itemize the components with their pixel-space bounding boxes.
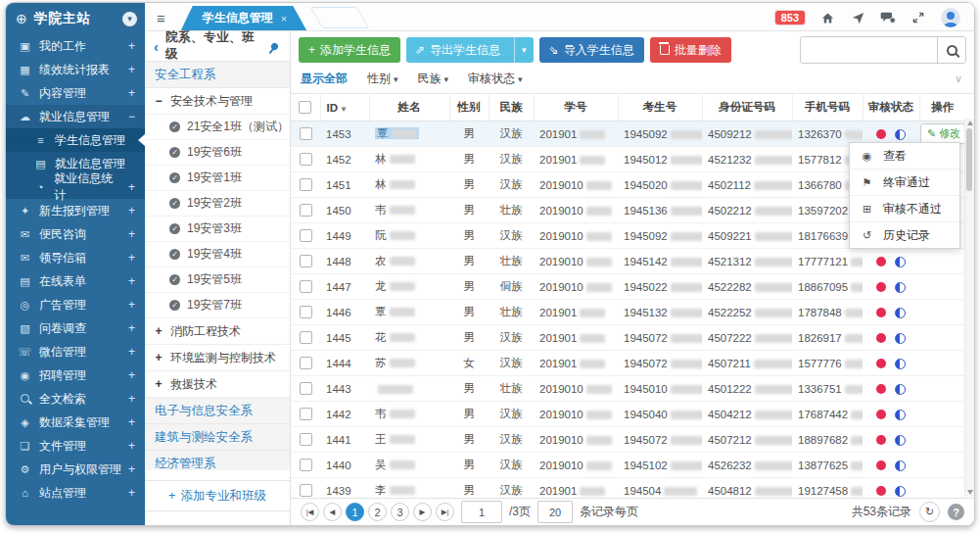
- table-row[interactable]: 1439李男汉族201901194504450481219127458: [291, 478, 965, 499]
- tree-dept-item[interactable]: 安全工程系: [145, 62, 290, 88]
- sidebar-item-fulltext-search[interactable]: 全文检索+: [6, 387, 145, 411]
- page-size-input[interactable]: [537, 501, 573, 523]
- sidebar-item-recruit-mgmt[interactable]: ◉招聘管理+: [6, 363, 145, 387]
- sort-desc-icon[interactable]: ▼: [340, 105, 348, 114]
- student-name-link[interactable]: 农: [375, 255, 415, 266]
- tree-major-item[interactable]: −安全技术与管理: [145, 88, 290, 115]
- column-header[interactable]: ID▼: [320, 94, 369, 121]
- row-checkbox[interactable]: [300, 127, 312, 140]
- table-row[interactable]: 1448农男壮族20190101945142452131217777121: [291, 249, 965, 274]
- table-row[interactable]: 1441王男汉族20190101945072450721218897682: [291, 427, 965, 453]
- sidebar-collapse-button[interactable]: ▾: [122, 12, 137, 26]
- row-checkbox[interactable]: [300, 229, 312, 242]
- back-chevron-icon[interactable]: ‹: [154, 39, 159, 54]
- tree-dept-item[interactable]: 电子与信息安全系: [145, 398, 290, 424]
- row-checkbox[interactable]: [300, 178, 312, 191]
- student-name-link[interactable]: 王: [375, 433, 415, 445]
- student-name-link[interactable]: 吴: [375, 459, 415, 470]
- expand-icon[interactable]: +: [154, 377, 163, 391]
- tree-class-item[interactable]: ✓19安管3班: [145, 217, 290, 242]
- page-button-2[interactable]: 2: [368, 503, 387, 521]
- table-row[interactable]: 1440吴男汉族20190101945102452623213877625: [291, 453, 965, 478]
- student-name-link[interactable]: 龙: [375, 280, 415, 292]
- expand-icon[interactable]: +: [154, 324, 163, 338]
- sidebar-item-my-work[interactable]: ▣我的工作+: [6, 34, 145, 58]
- edit-button-group[interactable]: ✎修改▾: [920, 123, 965, 144]
- batch-delete-button[interactable]: 批量删除: [650, 37, 731, 63]
- table-row[interactable]: 1444苏女汉族201901194507245072111577776: [291, 351, 965, 376]
- sidebar-item-employment-info-mgmt[interactable]: ☁就业信息管理−: [6, 105, 145, 128]
- select-all-checkbox[interactable]: [299, 101, 311, 114]
- last-page-button[interactable]: ▶|: [436, 503, 454, 521]
- tree-dept-item[interactable]: 经济管理系: [145, 451, 290, 470]
- dropdown-item[interactable]: ◉查看: [850, 143, 959, 170]
- row-checkbox[interactable]: [300, 255, 312, 267]
- student-name-link[interactable]: 李: [375, 484, 415, 496]
- column-header[interactable]: 操作: [919, 94, 965, 121]
- tree-class-item[interactable]: ✓19安管4班: [145, 242, 290, 267]
- fullscreen-icon[interactable]: [910, 10, 926, 25]
- sidebar-item-wechat-mgmt[interactable]: ☏微信管理+: [6, 340, 145, 363]
- add-student-button[interactable]: + 添加学生信息: [299, 37, 400, 63]
- tree-major-item[interactable]: +救援技术: [145, 371, 290, 398]
- row-checkbox[interactable]: [300, 306, 312, 318]
- refresh-button[interactable]: ↻: [919, 502, 940, 522]
- scroll-down-icon[interactable]: [967, 490, 973, 495]
- chat-icon[interactable]: [880, 10, 896, 25]
- dropdown-item[interactable]: ⊞审核不通过: [850, 196, 959, 222]
- table-row[interactable]: 1442韦男汉族20190101945040450421217687442: [291, 402, 965, 427]
- sidebar-item-performance-reports[interactable]: ▦绩效统计报表+: [6, 58, 145, 81]
- sidebar-item-online-forms[interactable]: ▤在线表单+: [6, 269, 145, 293]
- page-number-input[interactable]: [461, 501, 502, 523]
- import-student-button[interactable]: ⇘ 导入学生信息: [539, 37, 644, 63]
- student-name-link[interactable]: 林: [375, 178, 415, 190]
- sidebar-item-employment-stats[interactable]: ◔就业信息统计+: [6, 175, 145, 199]
- sidebar-item-content-mgmt[interactable]: ✎内容管理+: [6, 81, 145, 105]
- dropdown-item[interactable]: ⚑终审通过: [850, 170, 959, 196]
- student-name-link[interactable]: 韦: [375, 204, 415, 216]
- collapse-icon[interactable]: −: [154, 94, 163, 108]
- row-checkbox[interactable]: [300, 204, 312, 217]
- row-checkbox[interactable]: [300, 408, 312, 420]
- filter-dropdown[interactable]: 民族▾: [418, 71, 449, 87]
- tab-close-icon[interactable]: ×: [281, 13, 287, 24]
- tree-class-item[interactable]: ✓21安全1班（测试）: [145, 115, 290, 140]
- page-button-1[interactable]: 1: [346, 503, 364, 521]
- sidebar-item-student-info-mgmt[interactable]: ≡学生信息管理: [6, 128, 145, 152]
- student-name-link[interactable]: 阮: [375, 229, 415, 241]
- tree-major-item[interactable]: +消防工程技术: [145, 318, 290, 345]
- home-icon[interactable]: [819, 10, 835, 25]
- export-student-button[interactable]: ⇗ 导出学生信息 ▾: [406, 37, 534, 63]
- row-checkbox[interactable]: [300, 484, 312, 497]
- student-name-link[interactable]: 覃: [375, 127, 419, 139]
- search-button[interactable]: [937, 37, 965, 63]
- help-button[interactable]: ?: [948, 504, 964, 520]
- scroll-up-icon[interactable]: [967, 121, 973, 125]
- tree-class-item[interactable]: ✓19安管6班: [145, 140, 290, 166]
- filter-show-all[interactable]: 显示全部: [301, 71, 348, 87]
- student-name-link[interactable]: 韦: [375, 408, 415, 419]
- table-row[interactable]: 1446覃男壮族201901194513245222521787848: [291, 300, 965, 325]
- tree-class-item[interactable]: ✓19安管1班: [145, 166, 290, 191]
- scrollbar-thumb[interactable]: [966, 128, 972, 191]
- student-name-link[interactable]: 覃: [375, 306, 415, 317]
- tab-student-info[interactable]: 学生信息管理 ×: [181, 6, 306, 30]
- add-major-class-button[interactable]: + 添加专业和班级: [145, 480, 290, 511]
- filter-dropdown[interactable]: 性别▾: [367, 71, 398, 87]
- send-icon[interactable]: [850, 10, 865, 25]
- student-name-link[interactable]: 苏: [375, 357, 415, 368]
- sidebar-item-survey-mgmt[interactable]: ▧问卷调查+: [6, 316, 145, 340]
- tree-class-item[interactable]: ✓19安管7班: [145, 293, 290, 318]
- column-header[interactable]: 民族: [489, 94, 534, 121]
- column-header[interactable]: 身份证号码: [702, 94, 792, 121]
- next-page-button[interactable]: ▶: [413, 503, 432, 521]
- edit-button[interactable]: ✎修改: [921, 126, 965, 141]
- row-checkbox[interactable]: [300, 459, 312, 471]
- sidebar-item-citizen-consult[interactable]: ✉便民咨询+: [6, 222, 145, 246]
- sidebar-item-file-mgmt[interactable]: ❏文件管理+: [6, 434, 145, 458]
- filter-collapse-chevron[interactable]: ∨: [955, 73, 962, 85]
- sidebar-item-data-collect-mgmt[interactable]: ◈数据采集管理+: [6, 411, 145, 434]
- table-row[interactable]: 1447龙男侗族20190101945022452228218867095: [291, 274, 965, 300]
- notification-badge[interactable]: 853: [775, 11, 805, 24]
- sidebar-item-site-mgmt[interactable]: ⌂站点管理+: [6, 481, 145, 505]
